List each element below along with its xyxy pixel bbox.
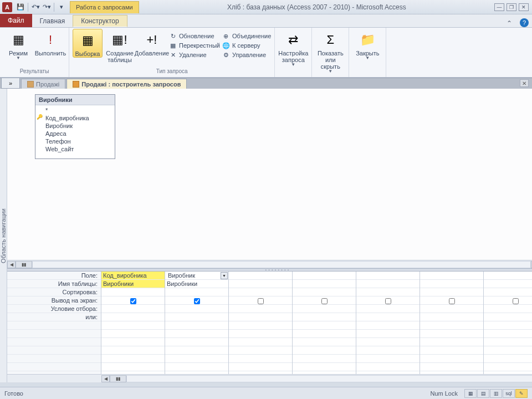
cell-table: Виробники (101, 280, 165, 288)
grid-column-1[interactable]: Код_виробника Виробники (101, 272, 165, 374)
crosstab-icon: ▦ (169, 42, 177, 49)
datadef-icon: ⚙ (222, 51, 230, 59)
field-key[interactable]: Код_виробника (35, 114, 115, 122)
status-bar: Готово Num Lock ▦ ▤ ▥ sql ✎ (0, 387, 532, 399)
query-setup-icon: ⇄ (284, 31, 302, 49)
undo-icon[interactable]: ↶▾ (30, 2, 40, 12)
tab-design[interactable]: Конструктор (73, 15, 127, 27)
field-item[interactable]: Web_сайт (35, 145, 115, 153)
close-query-button[interactable]: 📁 Закрыть▼ (352, 29, 382, 60)
minimize-button[interactable]: — (494, 3, 504, 11)
group-results-label: Результаты (3, 68, 65, 77)
select-query-button[interactable]: ▦ Выборка (73, 29, 103, 58)
make-table-icon: ▦! (111, 31, 129, 49)
show-checkbox[interactable] (194, 298, 200, 304)
query-design-canvas[interactable]: Виробники * Код_виробника Виробник Адрес… (7, 89, 532, 268)
view-datasheet-button[interactable]: ▦ (464, 389, 477, 398)
nav-pane-toggle[interactable]: » (1, 78, 20, 89)
status-ready: Готово (4, 390, 23, 397)
grid-hscroll[interactable]: ◀ ▮▮ ▶ (7, 374, 532, 382)
title-bar: A 💾 ↶▾ ↷▾ ▾ Работа с запросами Хліб : ба… (0, 0, 532, 14)
field-item[interactable]: Виробник (35, 122, 115, 130)
window-title: Хліб : база данных (Access 2007 - 2010) … (139, 3, 494, 11)
view-button[interactable]: ▦ Режим▼ (3, 29, 33, 60)
navigation-pane-collapsed[interactable]: Область навигации (0, 89, 7, 382)
ribbon: ▦ Режим▼ ! Выполнить Результаты ▦ Выборк… (0, 28, 532, 78)
grid-column[interactable] (420, 272, 484, 374)
grid-row-headers: Поле: Имя таблицы: Сортировка: Вывод на … (7, 272, 101, 374)
tab-home[interactable]: Главная (32, 15, 73, 27)
doc-tab-table[interactable]: Продажі (21, 79, 65, 89)
close-query-icon: 📁 (359, 31, 376, 49)
cell-field: Код_виробника (101, 272, 165, 280)
table-icon (27, 81, 34, 88)
scroll-left-icon[interactable]: ◀ (101, 375, 110, 382)
crosstab-button[interactable]: ▦Перекрестный (169, 42, 220, 49)
table-field-list[interactable]: Виробники * Код_виробника Виробник Адрес… (35, 94, 115, 159)
view-pivot-button[interactable]: ▤ (477, 389, 489, 398)
field-item[interactable]: Адреса (35, 130, 115, 137)
append-icon: +! (143, 31, 161, 49)
save-icon[interactable]: 💾 (16, 2, 25, 12)
doc-close-button[interactable]: ✕ (520, 79, 529, 87)
table-field-list-header[interactable]: Виробники (35, 95, 115, 105)
app-icon: A (2, 2, 12, 12)
quick-access-toolbar: 💾 ↶▾ ↷▾ ▾ (16, 2, 66, 12)
update-icon: ↻ (169, 32, 177, 40)
query-icon (73, 81, 79, 88)
datasheet-icon: ▦ (9, 31, 27, 49)
datadef-button[interactable]: ⚙Управление (222, 51, 271, 59)
contextual-tab-label: Работа с запросами (70, 1, 139, 13)
canvas-hscroll[interactable]: ◀ ▮▮ ▶ (7, 260, 532, 268)
status-numlock: Num Lock (430, 390, 458, 397)
doc-tab-query[interactable]: Продажі : построитель запросов (66, 79, 187, 89)
redo-icon[interactable]: ↷▾ (42, 2, 52, 12)
field-item[interactable]: Телефон (35, 137, 115, 145)
view-chart-button[interactable]: ▥ (490, 389, 502, 398)
run-button[interactable]: ! Выполнить (35, 29, 65, 57)
view-sql-button[interactable]: sql (503, 389, 515, 398)
append-button[interactable]: +! Добавление (137, 29, 167, 57)
qat-customize-icon[interactable]: ▾ (57, 2, 66, 12)
union-icon: ⊕ (222, 32, 230, 40)
restore-button[interactable]: ❐ (507, 3, 516, 11)
view-design-button[interactable]: ✎ (515, 389, 528, 398)
run-icon: ! (42, 31, 59, 49)
show-checkbox[interactable] (513, 298, 519, 304)
show-checkbox[interactable] (321, 298, 328, 304)
field-star[interactable]: * (35, 106, 115, 114)
ribbon-tabs: Файл Главная Конструктор ⌃ ? (0, 14, 532, 28)
tab-file[interactable]: Файл (0, 14, 32, 27)
update-button[interactable]: ↻Обновление (169, 32, 220, 40)
select-query-icon: ▦ (79, 32, 96, 49)
group-querytype-label: Тип запроса (73, 68, 271, 77)
show-hide-button[interactable]: Σ Показать или скрыть▼ (315, 29, 345, 74)
cell-field-selected: Виробник (167, 272, 196, 279)
grid-column[interactable] (356, 272, 420, 374)
passthrough-button[interactable]: 🌐К серверу (222, 42, 271, 49)
design-grid: Поле: Имя таблицы: Сортировка: Вывод на … (7, 272, 532, 382)
make-table-button[interactable]: ▦! Создание таблицы (105, 29, 135, 63)
query-setup-button[interactable]: ⇄ Настройка запроса▼ (278, 29, 308, 67)
grid-column[interactable] (484, 272, 532, 374)
help-icon[interactable]: ? (520, 18, 529, 27)
sigma-icon: Σ (321, 31, 339, 49)
passthrough-icon: 🌐 (222, 42, 230, 49)
grid-column[interactable] (229, 272, 293, 374)
view-switcher: ▦ ▤ ▥ sql ✎ (464, 389, 528, 398)
dropdown-icon[interactable]: ▼ (221, 272, 228, 279)
document-tabs: » Продажі Продажі : построитель запросов… (0, 78, 532, 89)
grid-column[interactable] (293, 272, 356, 374)
union-button[interactable]: ⊕Объединение (222, 32, 271, 40)
main-area: Область навигации Виробники * Код_виробн… (0, 89, 532, 382)
delete-button[interactable]: ✕Удаление (169, 51, 220, 59)
show-checkbox[interactable] (449, 298, 455, 304)
grid-column-2[interactable]: Виробник▼ Виробники (165, 272, 229, 374)
delete-icon: ✕ (169, 51, 177, 59)
scroll-left-icon[interactable]: ◀ (7, 261, 16, 268)
show-checkbox[interactable] (385, 298, 391, 304)
show-checkbox[interactable] (130, 298, 136, 304)
minimize-ribbon-icon[interactable]: ⌃ (507, 19, 512, 27)
show-checkbox[interactable] (258, 298, 264, 304)
close-button[interactable]: ✕ (519, 3, 529, 11)
